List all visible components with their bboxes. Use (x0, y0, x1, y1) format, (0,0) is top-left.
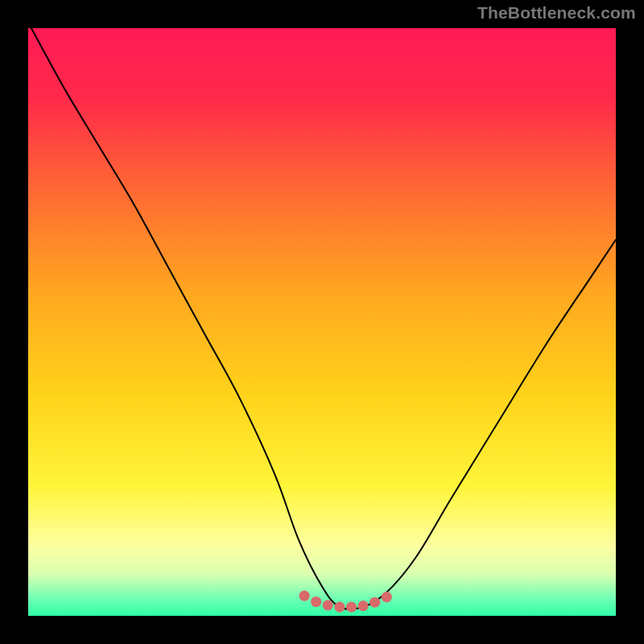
marker-dot (382, 592, 392, 602)
bottleneck-curve (28, 28, 616, 609)
curve-layer (28, 28, 616, 616)
chart-frame: TheBottleneck.com (0, 0, 644, 644)
plot-area (28, 28, 616, 616)
marker-dot (369, 597, 380, 608)
marker-dot (346, 601, 357, 612)
marker-dot (358, 601, 369, 611)
marker-dot (311, 597, 321, 607)
watermark-text: TheBottleneck.com (477, 3, 636, 23)
marker-dot (323, 600, 333, 610)
marker-dot (299, 591, 310, 601)
marker-dot (334, 601, 345, 612)
